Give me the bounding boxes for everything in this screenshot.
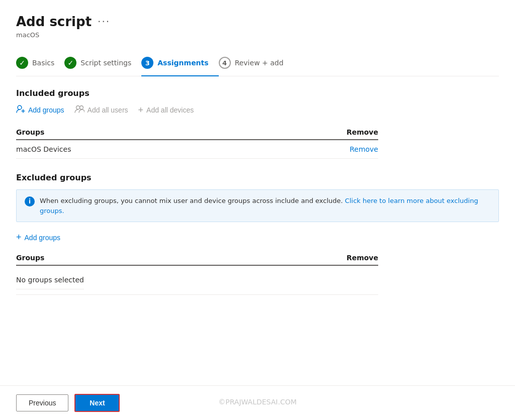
step-review-add-icon: 4	[219, 57, 231, 69]
groups-column-header: Groups	[16, 128, 44, 136]
info-icon: i	[25, 196, 35, 206]
info-text: When excluding groups, you cannot mix us…	[40, 196, 490, 216]
included-groups-actions: Add groups Add all users +	[16, 105, 499, 115]
table-row: macOS Devices Remove	[16, 140, 378, 159]
add-all-users-label: Add all users	[88, 106, 128, 114]
remove-link[interactable]: Remove	[350, 145, 378, 153]
step-basics[interactable]: ✓ Basics	[16, 51, 64, 76]
next-button[interactable]: Next	[74, 394, 120, 412]
wizard-steps: ✓ Basics ✓ Script settings 3 Assignments…	[16, 51, 499, 76]
step-assignments[interactable]: 3 Assignments	[141, 51, 218, 76]
step-assignments-icon: 3	[141, 57, 153, 69]
no-groups-text: No groups selected	[16, 271, 84, 289]
included-groups-section: Included groups Add groups	[16, 88, 499, 159]
svg-point-0	[18, 106, 22, 110]
page-title: Add script	[16, 14, 92, 29]
excluded-groups-title: Excluded groups	[16, 173, 499, 182]
page-title-dots: ···	[98, 16, 110, 28]
footer: Previous Next	[0, 385, 515, 420]
excluded-remove-column-header: Remove	[347, 254, 378, 262]
step-review-add-label: Review + add	[235, 59, 284, 67]
included-groups-title: Included groups	[16, 88, 499, 98]
svg-point-3	[76, 106, 79, 110]
info-banner: i When excluding groups, you cannot mix …	[16, 189, 499, 222]
step-script-settings[interactable]: ✓ Script settings	[64, 51, 141, 76]
add-groups-label: Add groups	[28, 106, 64, 114]
add-groups-button[interactable]: Add groups	[16, 105, 64, 115]
add-all-devices-button[interactable]: + Add all devices	[138, 106, 194, 115]
excluded-add-groups-label: Add groups	[25, 234, 61, 242]
step-review-add[interactable]: 4 Review + add	[219, 51, 294, 76]
add-all-devices-icon: +	[138, 106, 144, 115]
step-basics-icon: ✓	[16, 57, 28, 69]
included-groups-table: Groups Remove macOS Devices Remove	[16, 125, 378, 159]
step-assignments-label: Assignments	[157, 59, 208, 67]
excluded-groups-section: Excluded groups i When excluding groups,…	[16, 173, 499, 295]
excluded-add-groups-button[interactable]: + Add groups	[16, 232, 60, 243]
add-all-users-icon	[74, 105, 84, 115]
included-groups-table-header: Groups Remove	[16, 125, 378, 140]
remove-column-header: Remove	[347, 128, 378, 136]
add-groups-icon	[16, 105, 25, 115]
svg-point-4	[79, 106, 83, 110]
excluded-groups-table: Groups Remove No groups selected	[16, 251, 378, 295]
step-script-settings-label: Script settings	[80, 59, 131, 67]
excluded-groups-table-header: Groups Remove	[16, 251, 378, 266]
page-subtitle: macOS	[16, 31, 499, 39]
step-script-settings-icon: ✓	[64, 57, 76, 69]
previous-button[interactable]: Previous	[16, 394, 68, 411]
step-basics-label: Basics	[32, 59, 54, 67]
no-groups-row: No groups selected	[16, 266, 378, 295]
add-all-devices-label: Add all devices	[146, 106, 194, 114]
group-name: macOS Devices	[16, 145, 71, 153]
excluded-groups-column-header: Groups	[16, 254, 44, 262]
excluded-add-groups-icon: +	[16, 232, 22, 243]
add-all-users-button[interactable]: Add all users	[74, 105, 128, 115]
